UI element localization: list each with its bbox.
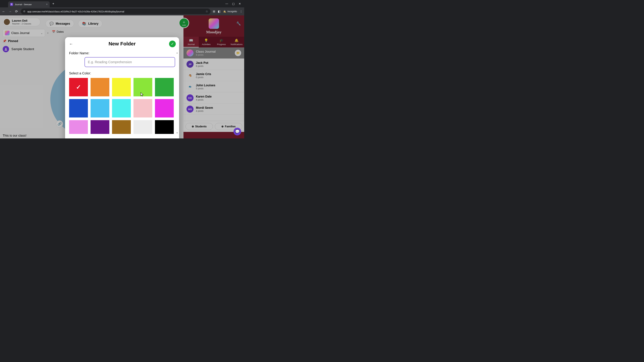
selected-check-icon: ✓ xyxy=(76,84,81,91)
sidepanel-icon[interactable]: ◧ xyxy=(218,10,220,13)
add-button[interactable]: + Add xyxy=(179,18,189,28)
list-item[interactable]: 🐴 Jamie Cris0 posts xyxy=(184,70,244,81)
check-icon: ✓ xyxy=(171,42,174,46)
list-item[interactable]: KD Karen Dale4 posts xyxy=(184,92,244,104)
color-green[interactable] xyxy=(155,78,174,96)
user-avatar xyxy=(4,19,10,25)
library-icon: 📚 xyxy=(82,22,86,26)
address-bar: ← → ⟳ ⚙ app.seesaw.me/#/class/class.e01b… xyxy=(0,7,244,15)
color-lightpink[interactable] xyxy=(69,120,88,134)
tab-activities-label: Activities xyxy=(202,43,210,45)
tab-journal[interactable]: 📖Journal xyxy=(184,37,199,47)
browser-tab[interactable]: S Journal - Seesaw × xyxy=(8,1,50,7)
messages-nav[interactable]: 💬 Messages xyxy=(46,20,74,27)
journal-tab-icon: 📖 xyxy=(184,38,198,42)
url-bar[interactable]: ⚙ app.seesaw.me/#/class/class.e01bf4c2-9… xyxy=(21,8,210,14)
list-item[interactable]: JP Jack Pot6 posts xyxy=(184,59,244,70)
progress-tab-icon: 🎓 xyxy=(214,38,228,42)
new-tab-button[interactable]: + xyxy=(52,2,54,6)
list-avatar: 🐴 xyxy=(186,72,194,79)
families-label: Families xyxy=(225,125,236,128)
color-skyblue[interactable] xyxy=(90,99,109,117)
link-icon[interactable]: 🔗 xyxy=(56,120,63,127)
color-pink[interactable] xyxy=(134,99,152,117)
dates-button[interactable]: 📅 Dates xyxy=(52,30,64,33)
modal-title: New Folder xyxy=(69,41,175,46)
color-grid: ✓ xyxy=(69,78,175,134)
incognito-label: Incognito xyxy=(228,10,237,13)
list-item-sub: 8 posts xyxy=(196,53,216,56)
back-arrow-icon[interactable]: ← xyxy=(69,41,73,46)
minimize-icon[interactable]: — xyxy=(226,2,228,5)
add-label: Add xyxy=(182,24,186,26)
scroll-down-icon[interactable]: ▼ xyxy=(176,132,178,134)
bookmark-star-icon[interactable]: ☆ xyxy=(206,9,208,13)
list-item[interactable]: 🐟 John Louises5 posts xyxy=(184,81,244,92)
url-text: app.seesaw.me/#/class/class.e01bf4c2-9a2… xyxy=(27,10,204,13)
tab-progress[interactable]: 🎓Progress xyxy=(214,37,229,47)
right-sidebar: + Add Moodjoy 🔧 📖Journal 💡Activities 🎓Pr… xyxy=(184,15,244,138)
journal-selector[interactable]: Class Journal ⌄ xyxy=(3,29,45,37)
back-icon[interactable]: ← xyxy=(2,9,6,13)
library-nav[interactable]: 📚 Library xyxy=(78,20,102,27)
color-black[interactable] xyxy=(155,120,174,134)
list-item-name: John Louises xyxy=(196,84,215,87)
plus-circle-icon: ⊕ xyxy=(192,125,194,128)
site-settings-icon[interactable]: ⚙ xyxy=(23,10,25,13)
reload-icon[interactable]: ⟳ xyxy=(14,9,18,13)
list-avatar: KD xyxy=(186,94,194,101)
class-name: Moodjoy xyxy=(184,30,244,34)
sample-student-name: Sample Student xyxy=(12,47,34,51)
color-blue[interactable] xyxy=(69,99,88,117)
window-controls: — ▢ ✕ xyxy=(226,2,243,5)
select-color-label: Select a Color: xyxy=(69,71,175,75)
post-caption: This is our class! xyxy=(3,134,26,137)
tab-notifications[interactable]: 🔔Notifications xyxy=(229,37,244,47)
browser-menu-icon[interactable]: ⋮ xyxy=(240,10,242,13)
color-cyan[interactable] xyxy=(112,99,131,117)
tab-journal-label: Journal xyxy=(188,43,195,45)
folder-icon[interactable]: 📁 xyxy=(235,50,241,56)
color-brown[interactable] xyxy=(112,120,131,134)
pin-icon: 📌 xyxy=(3,39,6,43)
close-window-icon[interactable]: ✕ xyxy=(239,2,241,5)
pinned-label: Pinned xyxy=(8,39,18,43)
student-avatar-icon xyxy=(3,46,9,52)
extensions-icon[interactable]: ⊞ xyxy=(213,10,215,13)
color-orange[interactable] xyxy=(90,78,109,96)
user-name: Lauren Deli xyxy=(12,19,31,22)
students-button[interactable]: ⊕Students xyxy=(186,123,213,130)
color-red[interactable]: ✓ xyxy=(69,78,88,96)
scroll-up-icon[interactable]: ▲ xyxy=(176,52,178,54)
color-lightgray[interactable] xyxy=(134,120,152,134)
folder-name-input[interactable] xyxy=(84,57,175,67)
journal-label: Class Journal xyxy=(11,31,39,35)
color-purple[interactable] xyxy=(90,120,109,134)
sample-student-row[interactable]: Sample Student xyxy=(3,46,65,52)
messages-icon: 💬 xyxy=(50,22,54,26)
list-item-sub: 6 posts xyxy=(196,65,208,67)
activities-tab-icon: 💡 xyxy=(200,38,213,42)
list-avatar xyxy=(186,49,194,56)
tab-close-icon[interactable]: × xyxy=(46,3,48,6)
notifications-tab-icon: 🔔 xyxy=(230,38,244,42)
confirm-button[interactable]: ✓ xyxy=(169,40,176,47)
list-item[interactable]: Class Journal 8 posts 📁 xyxy=(184,47,244,59)
incognito-badge: 🕵 Incognito xyxy=(223,10,237,13)
user-chip[interactable]: Lauren Deli Teacher - 2 Classes xyxy=(3,18,40,26)
list-item[interactable]: MS Mordi Seem4 posts xyxy=(184,104,244,115)
color-yellow[interactable] xyxy=(112,78,131,96)
color-lime[interactable] xyxy=(134,78,152,96)
prev-date-icon[interactable]: ‹ xyxy=(47,31,48,35)
class-logo xyxy=(209,18,219,29)
pinned-header: 📌 Pinned xyxy=(3,39,65,43)
tab-activities[interactable]: 💡Activities xyxy=(199,37,214,47)
plus-circle-icon: ⊕ xyxy=(221,125,224,128)
list-avatar: 🐟 xyxy=(186,83,194,90)
chat-fab[interactable]: 💬 xyxy=(234,128,241,135)
settings-wrench-icon[interactable]: 🔧 xyxy=(236,21,241,26)
maximize-icon[interactable]: ▢ xyxy=(232,2,234,5)
new-folder-modal: ← New Folder ✓ Folder Name: Select a Col… xyxy=(65,37,179,138)
color-magenta[interactable] xyxy=(155,99,174,117)
folder-name-label: Folder Name: xyxy=(69,51,175,55)
